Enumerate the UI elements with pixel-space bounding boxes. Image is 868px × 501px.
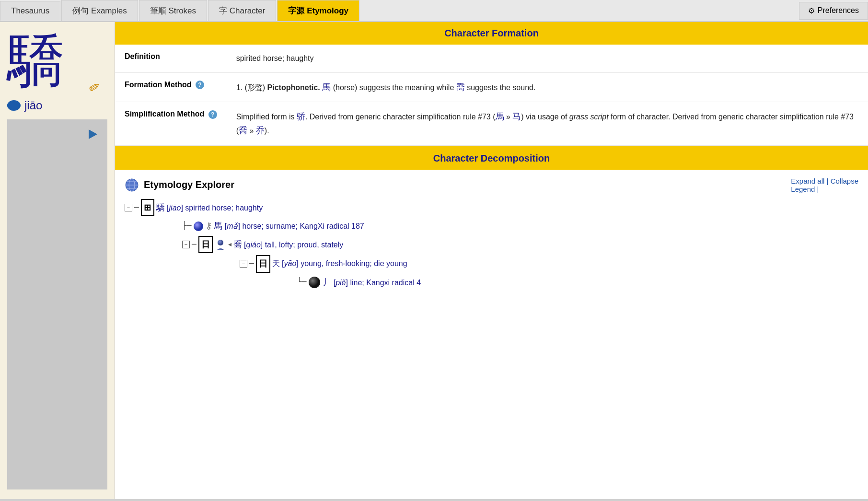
tab-examples[interactable]: 例句 Examples <box>61 0 138 21</box>
key-icon-ma: ⚷ <box>206 218 212 233</box>
left-panel: 驕 ✏ jiāo <box>0 22 115 499</box>
character-decomposition-section: Character Decomposition Etymology Explor… <box>115 146 868 299</box>
pencil-icon: ✏ <box>86 78 103 97</box>
legend-link[interactable]: Legend <box>791 185 815 193</box>
decomposition-content: Etymology Explorer Expand all | Collapse… <box>115 170 868 299</box>
tree-label-pie: 丿 [piě] line; Kangxi radical 4 <box>323 275 421 290</box>
svg-point-9 <box>218 240 223 245</box>
speech-bubble-icon[interactable] <box>7 100 21 111</box>
tab-thesaurus[interactable]: Thesaurus <box>0 1 60 21</box>
tree-row-ma: ├─ ⚷ 馬 <box>153 218 858 233</box>
tree-label-yao: 天 [yāo] young, fresh-looking; die young <box>272 257 407 271</box>
simplification-value: Simplified form is 骄. Derived from gener… <box>227 102 868 146</box>
tab-character[interactable]: 字 Character <box>208 0 276 21</box>
simplification-method-row: Simplification Method ? Simplified form … <box>115 102 868 146</box>
simplification-label: Simplification Method ? <box>115 102 227 146</box>
pinyin-text: jiāo <box>24 99 42 112</box>
tree-connector-yao: ─ <box>249 257 254 271</box>
formation-header: Character Formation <box>115 22 868 45</box>
character-formation-section: Character Formation Definition spirited … <box>115 22 868 146</box>
collapse-jiao[interactable]: − <box>125 204 132 211</box>
formation-help-icon[interactable]: ? <box>196 81 204 89</box>
tree-connector-ma: ├─ <box>182 219 191 233</box>
tab-etymology[interactable]: 字源 Etymology <box>277 0 359 21</box>
definition-value: spirited horse; haughty <box>227 45 868 72</box>
tree-label-qiao: 喬 [qiáo] tall, lofty; proud, stately <box>233 237 344 252</box>
tree-row-jiao: − ─ ⊞ 驕 [jiāo] spirited horse; haughty <box>125 199 858 216</box>
main-layout: 驕 ✏ jiāo Character Formation <box>0 22 868 499</box>
expand-all-link[interactable]: Expand all <box>791 177 824 185</box>
collapse-qiao[interactable]: − <box>182 241 190 248</box>
char-box-yao: 日 <box>256 255 270 272</box>
char-box-jiao: ⊞ <box>141 199 154 216</box>
tree-row-qiao: − ─ 日 <box>153 236 858 253</box>
tree-label-ma: 馬 [mǎ] horse; surname; KangXi radical 18… <box>214 218 364 233</box>
tree-line-jiao: ─ <box>134 201 139 215</box>
tree-connector-qiao: ─ <box>192 238 197 252</box>
explorer-title: Etymology Explorer <box>125 178 234 192</box>
left-lower-panel <box>7 119 107 489</box>
formation-method-row: Formation Method ? 1. (形聲) Pictophonetic… <box>115 72 868 102</box>
svg-point-8 <box>194 221 203 231</box>
char-box-qiao: 日 <box>198 236 213 253</box>
svg-point-10 <box>309 277 320 288</box>
formation-table: Definition spirited horse; haughty Forma… <box>115 45 868 146</box>
collapse-link[interactable]: Collapse <box>831 177 858 185</box>
definition-row: Definition spirited horse; haughty <box>115 45 868 72</box>
svg-marker-2 <box>89 129 97 139</box>
decomposition-header: Character Decomposition <box>115 147 868 170</box>
globe-icon <box>125 178 139 192</box>
person-icon-qiao <box>215 239 226 250</box>
right-panel: Character Formation Definition spirited … <box>115 22 868 499</box>
preferences-button[interactable]: ⚙ Preferences <box>799 2 868 20</box>
tree-label-jiao: 驕 [jiāo] spirited horse; haughty <box>156 200 263 215</box>
svg-marker-1 <box>8 110 14 111</box>
main-character: 驕 <box>7 32 65 89</box>
play-button[interactable] <box>85 127 100 142</box>
circle-icon-ma <box>193 221 204 232</box>
tree-connector-pie: └─ <box>297 275 306 289</box>
preferences-label: Preferences <box>818 6 859 15</box>
collapse-yao[interactable]: − <box>240 260 247 268</box>
explorer-header: Etymology Explorer Expand all | Collapse… <box>125 177 858 193</box>
simplification-help-icon[interactable]: ? <box>208 110 217 119</box>
svg-point-0 <box>7 101 20 110</box>
gear-icon: ⚙ <box>808 6 815 15</box>
arrow-qiao: ◂ <box>228 238 231 250</box>
circle-black-pie <box>308 276 321 289</box>
nav-tabs: Thesaurus 例句 Examples 筆順 Strokes 字 Chara… <box>0 0 868 22</box>
pronunciation-area: jiāo <box>7 99 42 112</box>
etymology-tree: − ─ ⊞ 驕 [jiāo] spirited horse; haughty ├… <box>125 199 858 290</box>
explorer-title-text: Etymology Explorer <box>144 179 234 190</box>
tree-row-pie: └─ 丿 [piě] <box>211 275 858 290</box>
tree-row-yao: − ─ 日 天 [yāo] young, fresh-looking; die … <box>182 255 858 272</box>
formation-method-value: 1. (形聲) Pictophonetic. 馬 (horse) suggest… <box>227 72 868 102</box>
formation-method-label: Formation Method ? <box>115 72 227 102</box>
definition-label: Definition <box>115 45 227 72</box>
explorer-links: Expand all | Collapse Legend | <box>791 177 858 193</box>
tab-strokes[interactable]: 筆順 Strokes <box>139 0 207 21</box>
